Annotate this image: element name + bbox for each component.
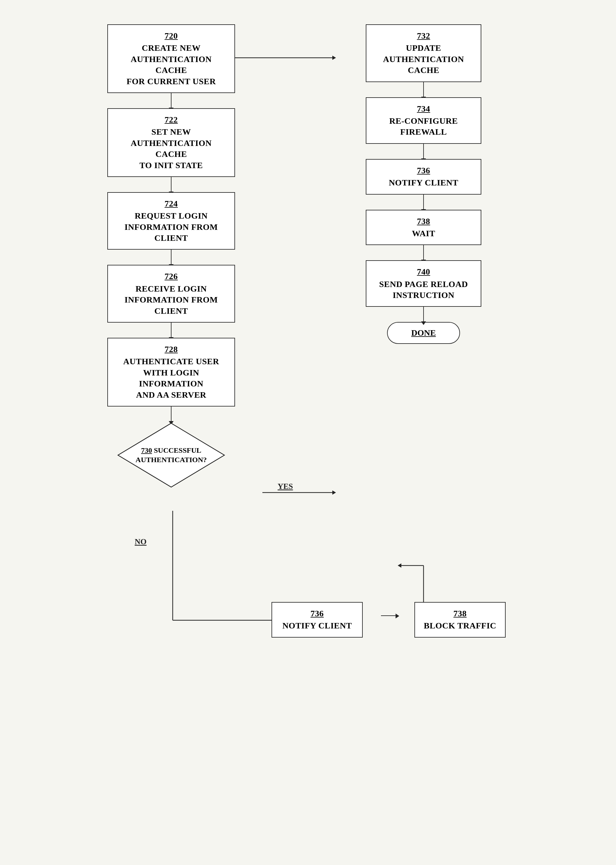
ref-730: 730 <box>141 446 152 454</box>
box-720: 720 CREATE NEWAUTHENTICATION CACHEFOR CU… <box>107 24 235 93</box>
label-722: SET NEWAUTHENTICATION CACHETO INIT STATE <box>131 127 212 170</box>
box-740: 740 SEND PAGE RELOADINSTRUCTION <box>366 260 481 307</box>
label-734: RE-CONFIGUREFIREWALL <box>389 116 457 137</box>
label-728: AUTHENTICATE USERWITH LOGIN INFORMATIONA… <box>123 356 219 399</box>
box-738a: 738 WAIT <box>366 210 481 245</box>
box-736b: 736 NOTIFY CLIENT <box>272 602 363 637</box>
ref-740: 740 <box>372 266 475 277</box>
box-736a: 736 NOTIFY CLIENT <box>366 159 481 195</box>
diamond-730: 730 SUCCESSFULAUTHENTICATION? <box>116 422 226 488</box>
arrow-r5 <box>423 307 424 322</box>
box-738b: 738 BLOCK TRAFFIC <box>415 602 506 637</box>
ref-726: 726 <box>114 271 228 282</box>
box-722: 722 SET NEWAUTHENTICATION CACHETO INIT S… <box>107 108 235 177</box>
oval-done: DONE <box>387 322 460 344</box>
ref-734: 734 <box>372 104 475 114</box>
arrow-r3 <box>423 195 424 210</box>
arrow-1 <box>171 93 171 108</box>
label-done: DONE <box>412 328 436 338</box>
arrow-r4 <box>423 245 424 260</box>
label-736b: NOTIFY CLIENT <box>283 621 352 630</box>
ref-728: 728 <box>114 344 228 355</box>
label-740: SEND PAGE RELOADINSTRUCTION <box>379 279 468 300</box>
ref-736b: 736 <box>278 608 356 619</box>
box-732: 732 UPDATEAUTHENTICATION CACHE <box>366 24 481 82</box>
arrow-r2 <box>423 144 424 159</box>
label-720: CREATE NEWAUTHENTICATION CACHEFOR CURREN… <box>126 43 216 86</box>
arrow-r1 <box>423 82 424 97</box>
box-726: 726 RECEIVE LOGININFORMATION FROMCLIENT <box>107 265 235 323</box>
ref-720: 720 <box>114 30 228 41</box>
ref-736a: 736 <box>372 165 475 176</box>
arrow-4 <box>171 323 171 338</box>
label-724: REQUEST LOGININFORMATION FROMCLIENT <box>125 211 218 243</box>
arrow-2 <box>171 177 171 192</box>
arrow-3 <box>171 250 171 265</box>
label-726: RECEIVE LOGININFORMATION FROMCLIENT <box>125 284 218 316</box>
box-734: 734 RE-CONFIGUREFIREWALL <box>366 97 481 144</box>
label-738a: WAIT <box>412 229 435 238</box>
box-728: 728 AUTHENTICATE USERWITH LOGIN INFORMAT… <box>107 338 235 407</box>
box-724: 724 REQUEST LOGININFORMATION FROMCLIENT <box>107 192 235 250</box>
arrow-5 <box>171 407 171 422</box>
diagram-container: YES NO 720 CREATE NEWAUTHENTICATION CACH… <box>19 18 597 687</box>
ref-724: 724 <box>114 198 228 209</box>
label-736a: NOTIFY CLIENT <box>389 178 459 187</box>
ref-738b: 738 <box>421 608 499 619</box>
ref-738a: 738 <box>372 216 475 227</box>
ref-722: 722 <box>114 114 228 125</box>
ref-732: 732 <box>372 30 475 41</box>
label-732: UPDATEAUTHENTICATION CACHE <box>383 43 464 75</box>
label-738b: BLOCK TRAFFIC <box>424 621 497 630</box>
